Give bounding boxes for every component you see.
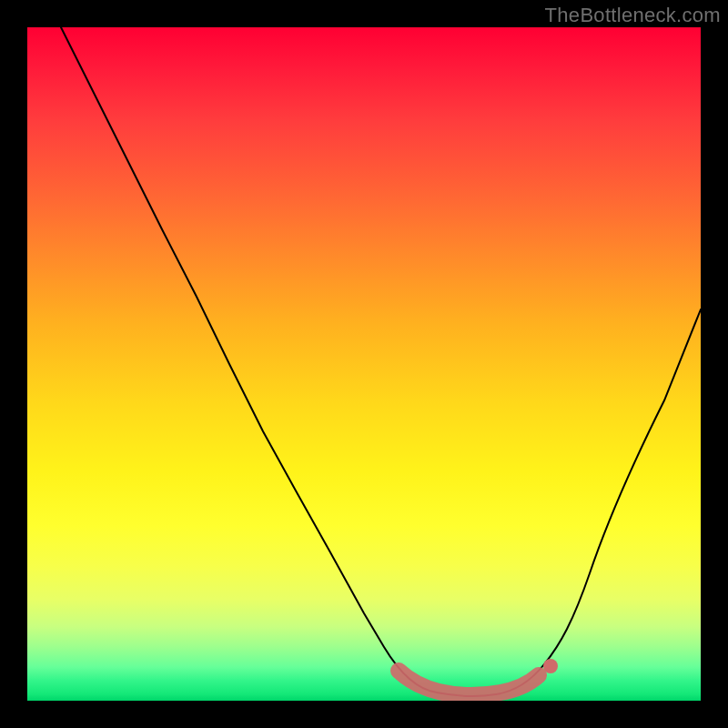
watermark-text: TheBottleneck.com [545, 4, 721, 27]
optimal-range-end-dot [543, 659, 558, 673]
curve-layer [27, 27, 701, 701]
plot-area [27, 27, 701, 701]
chart-frame: TheBottleneck.com [0, 0, 728, 728]
optimal-range-band [399, 671, 539, 695]
bottleneck-curve-line [61, 27, 701, 696]
